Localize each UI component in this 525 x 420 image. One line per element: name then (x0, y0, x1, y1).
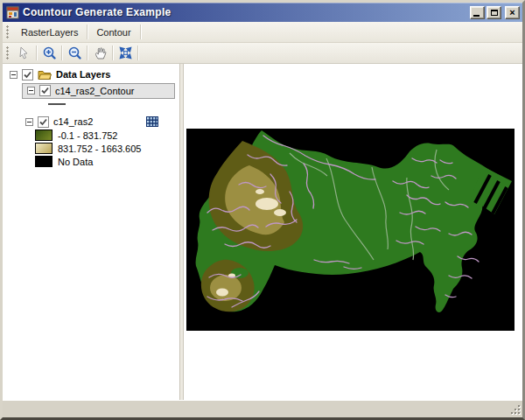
menubar-grip[interactable] (6, 25, 10, 39)
tree-node-contour-layer[interactable]: c14_ras2_Contour (22, 83, 175, 99)
menu-separator (87, 24, 88, 39)
full-extent-button[interactable] (115, 44, 136, 62)
select-pointer-icon (17, 46, 32, 60)
zoom-out-icon (67, 46, 82, 60)
collapse-toggle[interactable] (25, 118, 33, 126)
minimize-icon (473, 15, 480, 17)
toolbar-separator (112, 46, 113, 60)
legend-swatch-nodata (35, 156, 52, 167)
app-icon[interactable] (6, 6, 19, 19)
minimize-button[interactable] (470, 6, 485, 19)
map-toolbar (3, 43, 522, 64)
tree-node-label[interactable]: c14_ras2 (53, 116, 93, 127)
status-bar (3, 400, 522, 417)
zoom-out-button[interactable] (64, 44, 85, 62)
check-icon (40, 86, 50, 95)
zoom-in-icon (42, 46, 57, 60)
layer-checkbox[interactable] (22, 69, 33, 80)
tree-node-raster-layer[interactable]: c14_ras2 (3, 115, 179, 129)
resize-grip-icon[interactable] (509, 403, 521, 415)
toolbar-grip[interactable] (6, 46, 10, 60)
legend-label: -0.1 - 831.752 (58, 130, 118, 141)
toolbar-separator (137, 46, 138, 60)
legend-item: -0.1 - 831.752 (3, 129, 179, 142)
menu-separator (140, 24, 141, 39)
tree-node-label[interactable]: c14_ras2_Contour (55, 86, 135, 96)
raster-map[interactable] (186, 129, 514, 331)
menu-contour[interactable]: Contour (88, 24, 138, 40)
collapse-toggle[interactable] (10, 71, 18, 79)
pan-button[interactable] (89, 44, 110, 62)
titlebar[interactable]: Countour Generate Example × (3, 3, 522, 22)
pan-hand-icon (93, 46, 108, 60)
zoom-full-extent-icon (118, 46, 133, 60)
contour-line-symbol (48, 103, 66, 105)
contour-symbol-row (3, 99, 179, 109)
check-icon (38, 117, 48, 127)
open-folder-icon (38, 69, 52, 80)
content-area: Data Layers c14_ras2_Contour (3, 64, 522, 400)
legend-swatch-low (35, 130, 52, 141)
legend-item: 831.752 - 1663.605 (3, 142, 179, 155)
layer-checkbox[interactable] (38, 116, 49, 128)
check-icon (23, 70, 32, 80)
tree-node-contour-layer-row: c14_ras2_Contour (3, 82, 179, 99)
app-window: Countour Generate Example × RasterLayers… (0, 0, 525, 420)
raster-grid-icon (146, 116, 158, 127)
layer-checkbox[interactable] (39, 85, 51, 96)
window-title: Countour Generate Example (23, 6, 470, 18)
maximize-icon (491, 10, 498, 16)
legend-item: No Data (3, 155, 179, 168)
maximize-button[interactable] (486, 6, 501, 19)
toolbar-separator (36, 46, 37, 60)
legend-swatch-high (35, 143, 52, 154)
menu-rasterlayers[interactable]: RasterLayers (13, 24, 86, 40)
close-icon: × (509, 8, 514, 18)
zoom-in-button[interactable] (38, 44, 60, 62)
toolbar-separator (87, 46, 88, 60)
map-panel[interactable] (184, 64, 522, 400)
close-button[interactable]: × (505, 6, 520, 19)
tree-node-data-layers[interactable]: Data Layers (3, 66, 179, 82)
select-pointer-button[interactable] (13, 44, 34, 62)
legend-label: 831.752 - 1663.605 (58, 144, 141, 154)
layers-tree-panel: Data Layers c14_ras2_Contour (3, 64, 179, 400)
menu-bar: RasterLayers Contour (3, 22, 522, 43)
collapse-toggle[interactable] (27, 87, 35, 94)
legend-label: No Data (58, 157, 93, 167)
toolbar-separator (61, 46, 62, 60)
tree-node-label[interactable]: Data Layers (56, 69, 110, 80)
